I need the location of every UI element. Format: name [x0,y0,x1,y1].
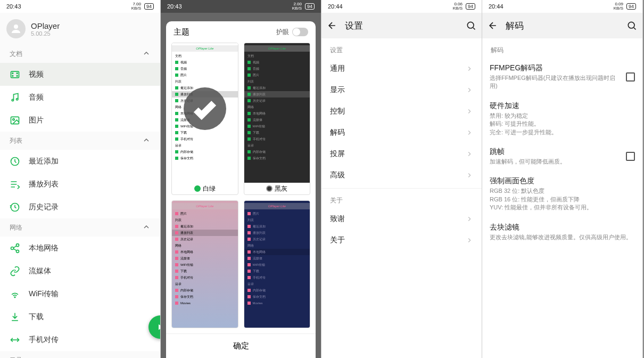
back-button[interactable] [486,19,499,32]
decode-item-deblock[interactable]: 去块滤镜 更改去块滤镜,能够改进视频质量。仅供高级用户使用。 [482,217,642,247]
settings-item-cast[interactable]: 投屏 [321,143,482,165]
history-icon [10,202,20,213]
settings-item-decode[interactable]: 解码 [321,122,482,143]
checkbox[interactable] [626,72,635,82]
sidebar-item-image[interactable]: 图片 [0,109,160,132]
status-bar: 20:43 7.00KB/S 94 [0,0,160,13]
settings-item-advanced[interactable]: 高级 [321,165,482,186]
video-icon [10,69,20,80]
decode-header: 解码 [482,13,642,38]
sidebar-item-label: 最近添加 [29,157,59,166]
battery-icon: 94 [466,3,475,10]
sidebar-item-label: 图片 [29,116,44,125]
confirm-button[interactable]: 确定 [166,333,316,358]
back-button[interactable] [326,19,338,32]
chevron-up-icon [142,223,151,233]
svg-point-12 [11,247,14,249]
svg-point-13 [16,250,19,253]
sidebar-item-label: 视频 [29,70,44,79]
sidebar-item-label: 手机对传 [29,335,59,345]
settings-item-thanks[interactable]: 致谢 [321,208,482,230]
section-network[interactable]: 网络 [0,218,160,237]
app-name: OPlayer [31,21,60,30]
checkbox[interactable] [626,152,635,161]
settings-item-about[interactable]: 关于 [321,230,482,251]
app-version: 5.00.25 [31,30,60,37]
theme-option-gradient[interactable]: OPlayer Lite 图片 列表 最近添加 播放列表 历史记录 网络 本地网… [171,200,238,328]
settings-item-general[interactable]: 通用 [321,58,482,79]
svg-point-9 [13,118,14,120]
sidebar-item-download[interactable]: 下载 [0,305,160,328]
decode-item-hw-accel[interactable]: 硬件加速 禁用: 较为稳定 解码: 可提升性能。 完全: 可进一步提升性能。 [482,96,642,142]
sidebar-item-local-network[interactable]: 本地网络 [0,237,160,259]
svg-point-17 [628,22,634,28]
theme-option-white-green[interactable]: OPlayer Lite 文档 视频 音频 图片 列表 最近添加 播放列表 历史… [171,43,238,195]
theme-option-blue[interactable]: OPlayer Lite 图片 列表 最近添加 播放列表 历史记录 网络 本地网… [244,200,311,328]
svg-point-4 [16,72,18,74]
eye-care-toggle[interactable]: 护眼 [276,28,308,37]
image-icon [10,115,20,126]
decode-item-force-color[interactable]: 强制画面色度 RGB 32 位: 默认色度 RGB 16 位: 性能更佳，但画质… [482,171,642,217]
transfer-icon [10,335,20,345]
chevron-right-icon [466,150,473,158]
chevron-right-icon [466,129,473,136]
music-icon [10,92,20,103]
sidebar-item-playlist[interactable]: 播放列表 [0,173,160,196]
settings-item-control[interactable]: 控制 [321,101,482,122]
status-time: 20:43 [6,3,21,10]
avatar-icon[interactable] [6,19,26,38]
theme-option-black-grey[interactable]: OPlayer Lite 文档 视频 音频 图片 列表 最近添加 播放列表 历史… [244,43,311,195]
sidebar-item-label: 流媒体 [29,266,51,276]
section-label: 关于 [321,188,482,208]
section-list[interactable]: 列表 [0,132,160,150]
decode-item-skip-frame[interactable]: 跳帧 加速解码，但可能降低画质。 [482,142,642,171]
share-icon [10,243,20,254]
sidebar-item-history[interactable]: 历史记录 [0,196,160,218]
decode-item-ffmpeg[interactable]: FFMPEG解码器 选择FFMPEG解码器(只建议在播放出现问题时启用) [482,58,642,96]
sidebar-item-label: 下载 [29,312,44,322]
panel-settings: 20:44 0.06KB/S 94 设置 设置 通用 显示 控制 解码 投屏 高… [321,0,482,358]
app-header: OPlayer 5.00.25 [0,13,160,45]
wifi-icon [10,289,20,299]
svg-point-5 [16,75,18,76]
status-time: 20:44 [489,3,503,10]
settings-item-display[interactable]: 显示 [321,79,482,101]
svg-point-0 [14,25,18,29]
panel-oplayer-sidebar: 20:43 7.00KB/S 94 OPlayer 5.00.25 文档 视频 … [0,0,161,358]
status-time: 20:43 [167,3,182,10]
svg-point-6 [12,99,13,101]
sidebar-item-audio[interactable]: 音频 [0,86,160,109]
download-icon [10,312,20,322]
svg-point-7 [16,98,18,100]
svg-point-14 [14,297,15,298]
sidebar-item-stream[interactable]: 流媒体 [0,259,160,282]
link-icon [10,266,20,276]
sidebar-item-phone-transfer[interactable]: 手机对传 [0,328,160,351]
section-archive[interactable]: 文档 [0,45,160,63]
search-button[interactable] [625,19,638,32]
switch-icon [292,28,308,36]
search-button[interactable] [465,19,477,32]
battery-icon: 94 [305,3,315,10]
clock-icon [10,156,20,167]
battery-icon: 94 [144,3,154,10]
settings-header: 设置 [321,13,482,38]
svg-point-16 [467,22,474,28]
svg-point-2 [12,72,13,74]
sidebar-item-label: 音频 [29,93,44,102]
status-bar: 20:43 2.00KB/S 94 [161,0,321,13]
chevron-right-icon [466,86,473,94]
check-icon [184,87,226,130]
sidebar-item-recent[interactable]: 最近添加 [0,150,160,173]
status-time: 20:44 [328,3,343,10]
sidebar-item-label: 历史记录 [29,202,59,212]
page-title: 设置 [345,20,363,32]
chevron-right-icon [466,237,473,244]
sidebar-item-wifi[interactable]: WiFi传输 [0,282,160,305]
playlist-icon [10,179,20,190]
battery-icon: 94 [626,3,636,10]
sidebar-item-label: 播放列表 [29,180,59,189]
section-catalog[interactable]: 目录 [0,351,160,358]
sidebar-item-video[interactable]: 视频 [0,63,160,86]
svg-point-3 [12,75,13,76]
